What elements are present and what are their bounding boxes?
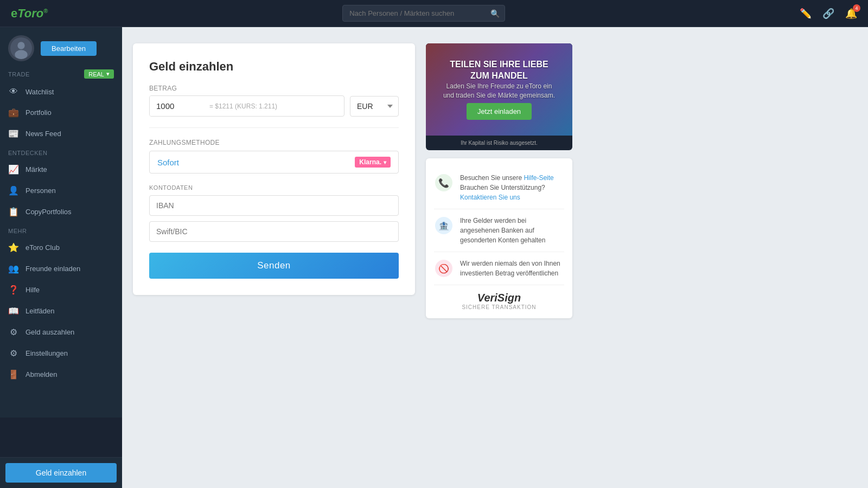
sidebar-item-portfolio[interactable]: 💼 Portfolio <box>0 102 122 123</box>
avatar[interactable] <box>8 35 34 61</box>
sidebar: Bearbeiten TRADE REAL ▾ 👁 Watchlist 💼 Po… <box>0 27 122 418</box>
deposit-button[interactable]: Geld einzahlen <box>5 463 117 483</box>
entdecken-label: ENTDECKEN <box>0 144 122 159</box>
sidebar-item-watchlist[interactable]: 👁 Watchlist <box>0 81 122 102</box>
club-icon: ⭐ <box>8 242 19 253</box>
right-panel: TEILEN SIE IHRE LIEBEZUM HANDEL Laden Si… <box>426 43 572 318</box>
sidebar-item-markets[interactable]: 📈 Märkte <box>0 159 122 180</box>
watchlist-icon: 👁 <box>8 87 19 97</box>
logo: eToro® <box>11 7 48 21</box>
settings-icon: ⚙ <box>8 348 19 358</box>
betrag-label: Betrag <box>149 85 399 92</box>
portfolio-icon: 💼 <box>8 107 19 118</box>
logout-icon: 🚪 <box>8 369 19 380</box>
sidebar-item-guides[interactable]: 📖 Leitfäden <box>0 300 122 322</box>
amount-equiv: = $1211 (KURS: 1.211) <box>204 102 283 110</box>
promo-disclaimer: Ihr Kapital ist Risiko ausgesetzt. <box>426 136 572 150</box>
amount-input-wrapper: = $1211 (KURS: 1.211) <box>149 95 344 117</box>
sidebar-item-copyportfolios[interactable]: 📋 CopyPortfolios <box>0 201 122 222</box>
amount-row: = $1211 (KURS: 1.211) EUR USD GBP <box>149 95 399 117</box>
markets-icon: 📈 <box>8 164 19 175</box>
sidebar-bottom: Geld einzahlen <box>0 457 122 488</box>
content-area: Geld einzahlen Betrag = $1211 (KURS: 1.2… <box>122 27 868 488</box>
info-row-privacy: 🚫 Wir werden niemals den von Ihnen inves… <box>434 252 564 285</box>
klarna-label: Klarna. <box>359 158 381 166</box>
amount-input[interactable] <box>150 96 204 116</box>
promo-image: TEILEN SIE IHRE LIEBEZUM HANDEL Laden Si… <box>426 43 572 136</box>
header: eToro® 🔍 ✏️ 🔗 🔔 4 <box>0 0 868 27</box>
verisign-logo: VeriSign <box>434 292 564 304</box>
profile-section: Bearbeiten <box>0 27 122 67</box>
sidebar-item-invite-friends[interactable]: 👥 Freunde einladen <box>0 258 122 279</box>
klarna-chevron-icon: ▾ <box>384 159 386 165</box>
real-badge[interactable]: REAL ▾ <box>84 69 114 79</box>
sidebar-item-newsfeed[interactable]: 📰 News Feed <box>0 123 122 144</box>
sidebar-wrapper: Bearbeiten TRADE REAL ▾ 👁 Watchlist 💼 Po… <box>0 27 122 488</box>
newsfeed-icon: 📰 <box>8 129 19 139</box>
mehr-label: MEHR <box>0 222 122 237</box>
privacy-icon: 🚫 <box>434 259 454 278</box>
iban-input[interactable] <box>149 195 399 216</box>
payment-method-row[interactable]: Sofort Klarna. ▾ <box>149 151 399 174</box>
search-container: 🔍 <box>342 5 505 22</box>
promo-card: TEILEN SIE IHRE LIEBEZUM HANDEL Laden Si… <box>426 43 572 150</box>
sidebar-item-help[interactable]: ❓ Hilfe <box>0 279 122 300</box>
verisign-section: VeriSign SICHERE TRANSAKTION <box>434 285 564 310</box>
search-input[interactable] <box>342 5 505 22</box>
help-text: Besuchen Sie unsere Hilfe-Seite Brauchen… <box>460 173 554 202</box>
promo-title: TEILEN SIE IHRE LIEBEZUM HANDEL <box>443 59 555 82</box>
deposit-form-card: Geld einzahlen Betrag = $1211 (KURS: 1.2… <box>133 43 415 295</box>
promo-subtitle: Laden Sie Ihre Freunde zu eToro einund t… <box>443 82 555 100</box>
people-icon: 👤 <box>8 185 19 196</box>
help-icon: ❓ <box>8 285 19 295</box>
chevron-down-icon: ▾ <box>106 70 110 78</box>
bank-text: Ihre Gelder werden bei angesehenen Banke… <box>460 216 564 245</box>
withdraw-icon: ⚙ <box>8 327 19 337</box>
sidebar-item-people[interactable]: 👤 Personen <box>0 180 122 201</box>
info-row-bank: 🏦 Ihre Gelder werden bei angesehenen Ban… <box>434 209 564 252</box>
info-row-help: 📞 Besuchen Sie unsere Hilfe-Seite Brauch… <box>434 166 564 209</box>
sidebar-item-settings[interactable]: ⚙ Einstellungen <box>0 343 122 364</box>
kontodaten-label: KONTODATEN <box>149 184 399 191</box>
copyportfolios-icon: 📋 <box>8 207 19 217</box>
svg-point-2 <box>15 50 27 59</box>
share-icon[interactable]: 🔗 <box>822 8 834 20</box>
contact-link[interactable]: Kontaktieren Sie uns <box>460 194 520 201</box>
trade-label: TRADE <box>8 71 30 78</box>
notification-icon[interactable]: 🔔 4 <box>845 8 857 20</box>
phone-icon: 📞 <box>434 173 454 192</box>
hilfe-link[interactable]: Hilfe-Seite <box>524 174 553 182</box>
pencil-icon[interactable]: ✏️ <box>800 8 812 20</box>
svg-point-1 <box>17 42 24 49</box>
invite-icon: 👥 <box>8 264 19 274</box>
section-divider <box>149 127 399 128</box>
guides-icon: 📖 <box>8 306 19 316</box>
main-layout: Bearbeiten TRADE REAL ▾ 👁 Watchlist 💼 Po… <box>0 27 868 488</box>
invite-button[interactable]: Jetzt einladen <box>467 103 532 120</box>
sidebar-item-logout[interactable]: 🚪 Abmelden <box>0 364 122 385</box>
send-button[interactable]: Senden <box>149 253 399 279</box>
trade-header: TRADE REAL ▾ <box>0 67 122 81</box>
sidebar-item-etoro-club[interactable]: ⭐ eToro Club <box>0 237 122 258</box>
swift-input[interactable] <box>149 221 399 242</box>
payment-name: Sofort <box>157 158 179 167</box>
header-icons: ✏️ 🔗 🔔 4 <box>800 8 857 20</box>
search-icon: 🔍 <box>490 9 500 18</box>
sidebar-item-withdraw[interactable]: ⚙ Geld auszahlen <box>0 322 122 343</box>
currency-select[interactable]: EUR USD GBP <box>350 96 399 117</box>
form-title: Geld einzahlen <box>149 60 399 74</box>
edit-profile-button[interactable]: Bearbeiten <box>41 41 97 56</box>
verisign-label: SICHERE TRANSAKTION <box>434 304 564 310</box>
klarna-badge: Klarna. ▾ <box>355 157 391 168</box>
bank-icon: 🏦 <box>434 216 454 235</box>
promo-content: TEILEN SIE IHRE LIEBEZUM HANDEL Laden Si… <box>443 59 555 119</box>
payment-method-label: Zahlungsmethode <box>149 139 399 146</box>
privacy-text: Wir werden niemals den von Ihnen investi… <box>460 259 564 278</box>
notification-badge: 4 <box>853 4 860 12</box>
info-card: 📞 Besuchen Sie unsere Hilfe-Seite Brauch… <box>426 158 572 318</box>
